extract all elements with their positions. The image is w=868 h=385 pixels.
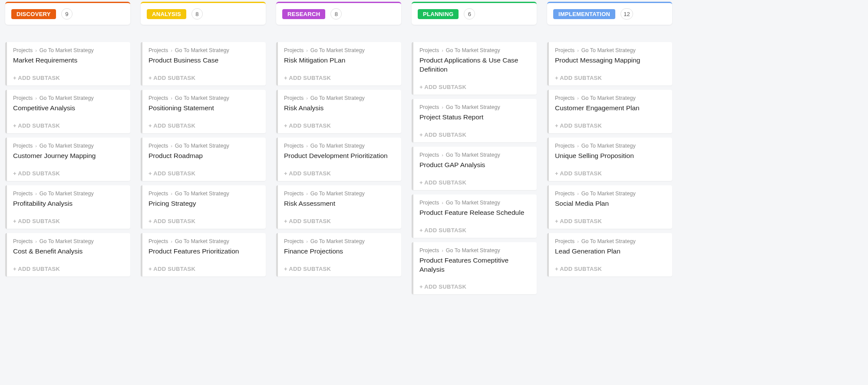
task-title[interactable]: Competitive Analysis <box>13 104 124 113</box>
task-card[interactable]: Projects›Go To Market StrategyProduct Fe… <box>412 194 537 238</box>
add-subtask-button[interactable]: + ADD SUBTASK <box>149 170 260 177</box>
task-card[interactable]: Projects›Go To Market StrategyUnique Sel… <box>547 138 672 181</box>
add-subtask-button[interactable]: + ADD SUBTASK <box>555 170 666 177</box>
task-title[interactable]: Product Features Prioritization <box>149 247 260 256</box>
breadcrumb-root[interactable]: Projects <box>555 191 574 197</box>
task-card[interactable]: Projects›Go To Market StrategyProduct Ro… <box>141 138 266 181</box>
add-subtask-button[interactable]: + ADD SUBTASK <box>555 266 666 272</box>
add-subtask-button[interactable]: + ADD SUBTASK <box>13 170 124 177</box>
breadcrumb[interactable]: Projects›Go To Market Strategy <box>419 47 531 53</box>
breadcrumb[interactable]: Projects›Go To Market Strategy <box>555 238 666 244</box>
breadcrumb[interactable]: Projects›Go To Market Strategy <box>419 247 531 253</box>
breadcrumb[interactable]: Projects›Go To Market Strategy <box>284 238 395 244</box>
breadcrumb-leaf[interactable]: Go To Market Strategy <box>446 104 500 110</box>
breadcrumb[interactable]: Projects›Go To Market Strategy <box>149 143 260 149</box>
add-subtask-button[interactable]: + ADD SUBTASK <box>13 75 124 81</box>
task-card[interactable]: Projects›Go To Market StrategySocial Med… <box>547 185 672 229</box>
breadcrumb[interactable]: Projects›Go To Market Strategy <box>419 104 531 110</box>
breadcrumb-root[interactable]: Projects <box>13 191 33 197</box>
breadcrumb-root[interactable]: Projects <box>284 143 304 149</box>
add-subtask-button[interactable]: + ADD SUBTASK <box>419 283 531 290</box>
breadcrumb-leaf[interactable]: Go To Market Strategy <box>446 152 500 158</box>
breadcrumb-root[interactable]: Projects <box>284 191 304 197</box>
breadcrumb-root[interactable]: Projects <box>149 191 168 197</box>
breadcrumb[interactable]: Projects›Go To Market Strategy <box>284 47 395 53</box>
breadcrumb-root[interactable]: Projects <box>13 95 33 101</box>
add-subtask-button[interactable]: + ADD SUBTASK <box>419 132 531 138</box>
task-card[interactable]: Projects›Go To Market StrategyFinance Pr… <box>276 233 401 276</box>
breadcrumb-leaf[interactable]: Go To Market Strategy <box>310 191 365 197</box>
task-title[interactable]: Product Feature Release Schedule <box>419 208 531 217</box>
breadcrumb-root[interactable]: Projects <box>419 200 439 206</box>
breadcrumb[interactable]: Projects›Go To Market Strategy <box>13 47 124 53</box>
breadcrumb[interactable]: Projects›Go To Market Strategy <box>284 143 395 149</box>
add-subtask-button[interactable]: + ADD SUBTASK <box>284 75 395 81</box>
breadcrumb-root[interactable]: Projects <box>13 238 33 244</box>
breadcrumb[interactable]: Projects›Go To Market Strategy <box>13 143 124 149</box>
breadcrumb-root[interactable]: Projects <box>284 95 304 101</box>
task-title[interactable]: Product Development Prioritization <box>284 151 395 161</box>
task-title[interactable]: Pricing Strategy <box>149 199 260 208</box>
task-title[interactable]: Customer Journey Mapping <box>13 151 124 161</box>
breadcrumb-leaf[interactable]: Go To Market Strategy <box>446 247 500 253</box>
breadcrumb[interactable]: Projects›Go To Market Strategy <box>149 95 260 101</box>
add-subtask-button[interactable]: + ADD SUBTASK <box>13 218 124 224</box>
breadcrumb-leaf[interactable]: Go To Market Strategy <box>175 143 229 149</box>
task-title[interactable]: Risk Assessment <box>284 199 395 208</box>
add-subtask-button[interactable]: + ADD SUBTASK <box>284 218 395 224</box>
breadcrumb-root[interactable]: Projects <box>419 104 439 110</box>
breadcrumb[interactable]: Projects›Go To Market Strategy <box>555 191 666 197</box>
task-card[interactable]: Projects›Go To Market StrategyCustomer E… <box>547 90 672 133</box>
breadcrumb-root[interactable]: Projects <box>13 47 33 53</box>
breadcrumb-root[interactable]: Projects <box>555 143 574 149</box>
breadcrumb-root[interactable]: Projects <box>419 247 439 253</box>
breadcrumb-leaf[interactable]: Go To Market Strategy <box>40 191 94 197</box>
breadcrumb-leaf[interactable]: Go To Market Strategy <box>446 200 500 206</box>
breadcrumb-root[interactable]: Projects <box>555 95 574 101</box>
task-card[interactable]: Projects›Go To Market StrategyRisk Analy… <box>276 90 401 133</box>
breadcrumb-leaf[interactable]: Go To Market Strategy <box>310 47 365 53</box>
breadcrumb-leaf[interactable]: Go To Market Strategy <box>310 143 365 149</box>
task-title[interactable]: Customer Engagement Plan <box>555 104 666 113</box>
breadcrumb-leaf[interactable]: Go To Market Strategy <box>40 47 94 53</box>
breadcrumb-leaf[interactable]: Go To Market Strategy <box>310 238 365 244</box>
task-card[interactable]: Projects›Go To Market StrategyProduct Bu… <box>141 42 266 86</box>
add-subtask-button[interactable]: + ADD SUBTASK <box>555 218 666 224</box>
add-subtask-button[interactable]: + ADD SUBTASK <box>419 179 531 186</box>
breadcrumb-root[interactable]: Projects <box>555 47 574 53</box>
breadcrumb[interactable]: Projects›Go To Market Strategy <box>419 200 531 206</box>
breadcrumb-leaf[interactable]: Go To Market Strategy <box>581 47 636 53</box>
task-title[interactable]: Market Requirements <box>13 56 124 65</box>
breadcrumb-leaf[interactable]: Go To Market Strategy <box>581 238 636 244</box>
breadcrumb-leaf[interactable]: Go To Market Strategy <box>581 191 636 197</box>
task-card[interactable]: Projects›Go To Market StrategyProduct Ap… <box>412 42 537 95</box>
breadcrumb-leaf[interactable]: Go To Market Strategy <box>581 143 636 149</box>
task-title[interactable]: Lead Generation Plan <box>555 247 666 256</box>
task-card[interactable]: Projects›Go To Market StrategyProduct De… <box>276 138 401 181</box>
column-header-research[interactable]: RESEARCH8 <box>276 2 401 25</box>
task-card[interactable]: Projects›Go To Market StrategyProduct Fe… <box>412 242 537 295</box>
add-subtask-button[interactable]: + ADD SUBTASK <box>149 218 260 224</box>
task-card[interactable]: Projects›Go To Market StrategyProfitabil… <box>5 185 130 229</box>
add-subtask-button[interactable]: + ADD SUBTASK <box>149 75 260 81</box>
breadcrumb[interactable]: Projects›Go To Market Strategy <box>555 143 666 149</box>
task-card[interactable]: Projects›Go To Market StrategyCustomer J… <box>5 138 130 181</box>
column-header-analysis[interactable]: ANALYSIS8 <box>141 2 266 25</box>
add-subtask-button[interactable]: + ADD SUBTASK <box>419 84 531 90</box>
breadcrumb[interactable]: Projects›Go To Market Strategy <box>13 191 124 197</box>
add-subtask-button[interactable]: + ADD SUBTASK <box>13 122 124 129</box>
breadcrumb-leaf[interactable]: Go To Market Strategy <box>175 238 229 244</box>
task-card[interactable]: Projects›Go To Market StrategyRisk Mitig… <box>276 42 401 86</box>
task-card[interactable]: Projects›Go To Market StrategyCost & Ben… <box>5 233 130 276</box>
task-title[interactable]: Social Media Plan <box>555 199 666 208</box>
add-subtask-button[interactable]: + ADD SUBTASK <box>284 122 395 129</box>
add-subtask-button[interactable]: + ADD SUBTASK <box>284 266 395 272</box>
add-subtask-button[interactable]: + ADD SUBTASK <box>149 122 260 129</box>
breadcrumb-root[interactable]: Projects <box>149 143 168 149</box>
task-title[interactable]: Unique Selling Proposition <box>555 151 666 161</box>
task-card[interactable]: Projects›Go To Market StrategyLead Gener… <box>547 233 672 276</box>
task-card[interactable]: Projects›Go To Market StrategyProduct Me… <box>547 42 672 86</box>
task-title[interactable]: Positioning Statement <box>149 104 260 113</box>
add-subtask-button[interactable]: + ADD SUBTASK <box>555 122 666 129</box>
task-title[interactable]: Product GAP Analysis <box>419 161 531 170</box>
